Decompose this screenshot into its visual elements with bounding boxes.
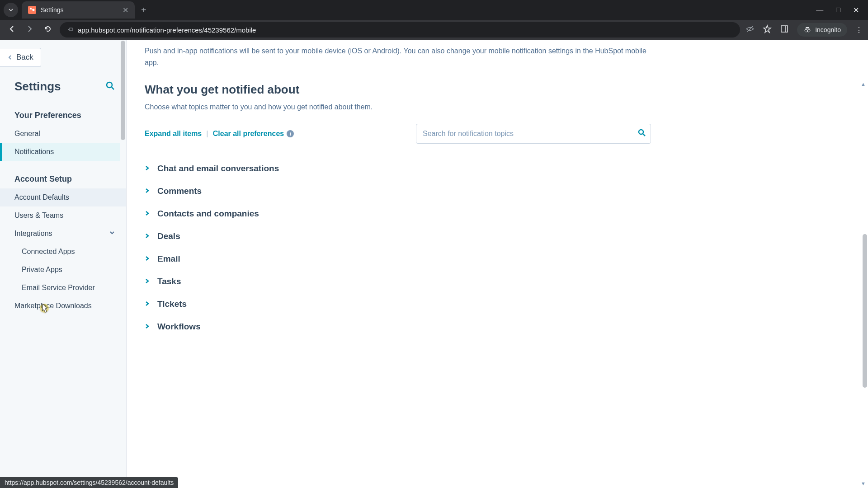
- svg-point-9: [807, 29, 810, 32]
- status-bar: https://app.hubspot.com/settings/4523956…: [0, 477, 178, 488]
- sidebar-item-marketplace[interactable]: Marketplace Downloads: [0, 297, 126, 315]
- chevron-left-icon: [7, 55, 13, 60]
- search-box: [416, 124, 651, 144]
- close-window-icon[interactable]: ✕: [853, 6, 859, 14]
- reload-icon[interactable]: [42, 25, 54, 35]
- svg-point-12: [639, 130, 643, 134]
- chevron-right-icon: [145, 210, 150, 218]
- topic-list: Chat and email conversations Comments Co…: [145, 157, 651, 338]
- topic-item[interactable]: Tasks: [145, 270, 651, 293]
- topic-label: Contacts and companies: [157, 209, 259, 219]
- browser-chrome: Settings ✕ + ― □ ✕ app.hubspot.com/notif…: [0, 0, 868, 40]
- search-icon[interactable]: [637, 128, 646, 139]
- chevron-right-icon: [145, 277, 150, 286]
- sidebar-scroll-thumb[interactable]: [121, 41, 125, 140]
- info-icon[interactable]: i: [287, 130, 294, 137]
- topic-item[interactable]: Workflows: [145, 315, 651, 338]
- topic-label: Chat and email conversations: [157, 164, 279, 174]
- svg-rect-6: [781, 26, 788, 32]
- clear-all-link[interactable]: Clear all preferences: [213, 130, 284, 138]
- topic-item[interactable]: Tickets: [145, 293, 651, 315]
- intro-text: Push and in-app notifications will be se…: [145, 45, 651, 68]
- forward-nav-icon[interactable]: [24, 25, 36, 35]
- tab-bar: Settings ✕ + ― □ ✕: [0, 0, 868, 20]
- window-controls: ― □ ✕: [816, 6, 868, 14]
- site-info-icon[interactable]: [67, 26, 73, 34]
- nav-section-title-preferences: Your Preferences: [0, 106, 126, 125]
- chevron-right-icon: [145, 300, 150, 308]
- controls-row: Expand all items | Clear all preferences…: [145, 124, 651, 144]
- tab-search-button[interactable]: [4, 3, 18, 17]
- app: Back Settings Your Preferences General N…: [0, 40, 868, 488]
- topic-label: Tickets: [157, 299, 187, 309]
- chevron-right-icon: [145, 323, 150, 331]
- scroll-down-icon[interactable]: ▼: [861, 481, 866, 486]
- topic-item[interactable]: Contacts and companies: [145, 202, 651, 225]
- search-input[interactable]: [416, 124, 651, 144]
- chevron-right-icon: [145, 187, 150, 195]
- chevron-right-icon: [145, 255, 150, 263]
- section-description: Choose what topics matter to you and how…: [145, 103, 850, 111]
- sidebar-search-icon[interactable]: [105, 81, 115, 93]
- back-label: Back: [16, 53, 33, 62]
- back-button[interactable]: Back: [0, 48, 41, 67]
- sidebar-item-notifications[interactable]: Notifications: [0, 143, 126, 161]
- expand-all-link[interactable]: Expand all items: [145, 130, 202, 138]
- minimize-icon[interactable]: ―: [816, 6, 823, 14]
- svg-point-10: [107, 82, 112, 88]
- scroll-up-icon[interactable]: ▲: [861, 81, 866, 87]
- main-content: Push and in-app notifications will be se…: [127, 40, 868, 488]
- svg-line-11: [112, 87, 114, 89]
- chevron-right-icon: [145, 164, 150, 173]
- topic-item[interactable]: Comments: [145, 180, 651, 202]
- side-panel-icon[interactable]: [780, 24, 789, 35]
- url-text: app.hubspot.com/notification-preferences…: [78, 26, 256, 34]
- link-separator: |: [206, 130, 208, 138]
- topic-item[interactable]: Chat and email conversations: [145, 157, 651, 180]
- tab-close-icon[interactable]: ✕: [123, 6, 128, 14]
- url-bar[interactable]: app.hubspot.com/notification-preferences…: [60, 22, 740, 38]
- new-tab-button[interactable]: +: [141, 5, 146, 15]
- nav-section-preferences: Your Preferences General Notifications: [0, 102, 126, 165]
- bookmark-star-icon[interactable]: [763, 24, 772, 35]
- incognito-label: Incognito: [815, 26, 841, 33]
- sidebar-item-connected-apps[interactable]: Connected Apps: [0, 243, 126, 261]
- topic-label: Email: [157, 254, 180, 264]
- sidebar-item-email-service[interactable]: Email Service Provider: [0, 279, 126, 297]
- sidebar-item-private-apps[interactable]: Private Apps: [0, 261, 126, 279]
- sidebar: Back Settings Your Preferences General N…: [0, 40, 127, 488]
- topic-label: Deals: [157, 231, 180, 241]
- sidebar-item-account-defaults[interactable]: Account Defaults: [0, 188, 126, 206]
- topic-item[interactable]: Deals: [145, 225, 651, 248]
- sidebar-header: Settings: [0, 67, 126, 102]
- sidebar-item-general[interactable]: General: [0, 125, 126, 143]
- svg-point-3: [68, 29, 69, 30]
- svg-point-8: [805, 29, 807, 32]
- chevron-right-icon: [145, 232, 150, 240]
- toolbar-icons: Incognito ⋮: [745, 23, 863, 37]
- hubspot-favicon-icon: [28, 6, 36, 14]
- section-title: What you get notified about: [145, 83, 850, 97]
- sidebar-scrollbar[interactable]: [120, 40, 126, 166]
- main-scroll-thumb[interactable]: [863, 234, 867, 388]
- sidebar-item-users-teams[interactable]: Users & Teams: [0, 206, 126, 225]
- nav-section-title-account: Account Setup: [0, 170, 126, 188]
- menu-dots-icon[interactable]: ⋮: [855, 26, 863, 34]
- topic-label: Comments: [157, 186, 202, 196]
- svg-rect-4: [70, 28, 72, 31]
- browser-tab[interactable]: Settings ✕: [22, 1, 135, 19]
- tab-title: Settings: [41, 6, 118, 14]
- incognito-icon: [803, 26, 811, 34]
- back-nav-icon[interactable]: [5, 25, 18, 35]
- browser-toolbar: app.hubspot.com/notification-preferences…: [0, 20, 868, 40]
- eye-blocked-icon[interactable]: [745, 24, 755, 35]
- topic-label: Tasks: [157, 277, 181, 286]
- maximize-icon[interactable]: □: [836, 6, 840, 14]
- topic-item[interactable]: Email: [145, 248, 651, 270]
- sidebar-item-integrations[interactable]: Integrations: [0, 225, 126, 243]
- topic-label: Workflows: [157, 322, 201, 332]
- incognito-badge[interactable]: Incognito: [797, 23, 847, 37]
- sidebar-title: Settings: [14, 80, 61, 94]
- chevron-down-icon: [109, 230, 115, 238]
- link-actions: Expand all items | Clear all preferences…: [145, 130, 294, 138]
